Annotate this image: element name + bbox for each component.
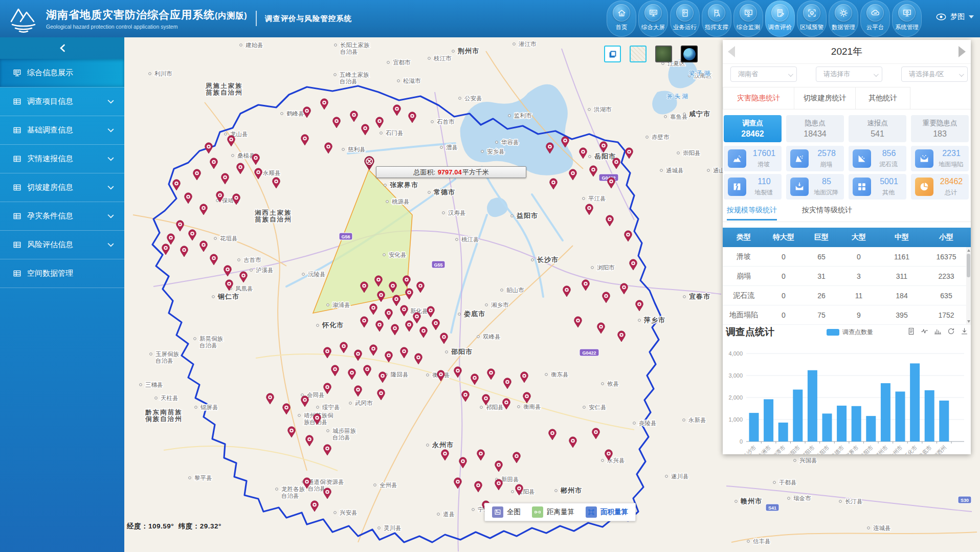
region-select-1[interactable]: 请选择市: [816, 67, 882, 82]
monitor-icon: [744, 8, 753, 18]
year-prev-button[interactable]: [728, 46, 735, 57]
year-next-button[interactable]: [959, 46, 966, 57]
sidebar-item-5[interactable]: 孕灾条件信息: [0, 202, 124, 231]
map-layer-switcher: [604, 46, 698, 62]
nav-item-4[interactable]: 综合监测: [733, 1, 763, 37]
nav-item-1[interactable]: 综合大屏: [638, 1, 668, 37]
nav-item-8[interactable]: 云平台: [860, 1, 890, 37]
sidebar-collapse-button[interactable]: [0, 37, 124, 59]
hazard-stat-label: 地裂缝: [747, 188, 780, 197]
sidebar-item-2[interactable]: 基础调查信息: [0, 116, 124, 145]
table-icon: [12, 154, 22, 164]
stat-card-0[interactable]: 调查点28462: [724, 115, 782, 142]
table-row-0[interactable]: 滑坡0650116116375: [723, 247, 971, 267]
map-tool-1[interactable]: 距离量算: [532, 506, 574, 518]
stat-card-value: 183: [933, 129, 947, 139]
sidebar-item-label: 调查项目信息: [27, 97, 108, 106]
table-col-header: 大型: [840, 233, 877, 242]
bar-长沙市: [749, 413, 759, 441]
earth-thumbnail[interactable]: [681, 46, 698, 62]
table-col-header: 特大型: [765, 233, 803, 242]
table-row-2[interactable]: 泥石流02611184635: [723, 286, 971, 305]
bar-邵阳市: [808, 370, 817, 441]
subtab-0[interactable]: 按规模等级统计: [727, 206, 777, 220]
table-scrollbar[interactable]: [966, 247, 971, 325]
table-cell: 75: [803, 311, 840, 319]
tab-0[interactable]: 灾害隐患统计: [723, 87, 794, 109]
nav-item-5[interactable]: 调查评价: [765, 1, 795, 37]
download-icon[interactable]: [960, 327, 969, 336]
nav-item-0[interactable]: 首页: [607, 1, 636, 37]
table-icon: [12, 240, 22, 250]
distance-measure-icon: [533, 508, 542, 516]
chart-legend[interactable]: 调查点数量: [827, 328, 873, 337]
hazard-stat-value: 85: [812, 177, 841, 186]
bar-chart-icon[interactable]: [933, 327, 942, 336]
table-row-3[interactable]: 地面塌陷07593951752: [723, 305, 971, 325]
svg-text:S30: S30: [961, 498, 969, 503]
satellite-thumbnail[interactable]: [655, 46, 672, 62]
refresh-icon[interactable]: [947, 327, 955, 336]
line-chart-icon[interactable]: [920, 327, 929, 336]
stat-card-2[interactable]: 速报点541: [849, 115, 906, 142]
nav-item-label: 系统管理: [895, 24, 919, 31]
map-tool-0[interactable]: 全图: [492, 506, 521, 518]
map-label: 安化县: [389, 252, 407, 258]
legend-swatch: [827, 329, 839, 336]
scroll-up-icon[interactable]: [967, 249, 970, 252]
region-select-2[interactable]: 请选择县/区: [901, 67, 968, 82]
hazard-table: 类型特大型巨型大型中型小型 滑坡0650116116375崩塌031331122…: [723, 228, 971, 325]
sidebar-item-0[interactable]: 综合信息展示: [0, 59, 124, 87]
dataview-icon[interactable]: [907, 327, 916, 336]
tab-2[interactable]: 其他统计: [856, 87, 910, 109]
map-label: 沅陵县: [308, 271, 326, 277]
nav-item-9[interactable]: 系统管理: [892, 1, 922, 37]
sidebar-item-3[interactable]: 灾情速报信息: [0, 145, 124, 173]
sidebar-item-7[interactable]: 空间数据管理: [0, 259, 124, 288]
map-label: 全州县: [380, 482, 397, 488]
map-label: 黎平县: [194, 475, 212, 481]
chart-toolbar: [907, 327, 969, 336]
area-measure-icon: [586, 506, 597, 518]
map-tool-label: 距离量算: [547, 507, 574, 517]
stat-card-1[interactable]: 隐患点18434: [786, 115, 844, 142]
stat-card-3[interactable]: 重要隐患点183: [911, 115, 969, 142]
chevron-down-icon: [969, 15, 974, 18]
sidebar-item-4[interactable]: 切坡建房信息: [0, 173, 124, 202]
map-label: 岳阳市: [594, 152, 616, 160]
nav-item-7[interactable]: 数据管理: [829, 1, 858, 37]
scroll-thumb[interactable]: [967, 254, 970, 277]
nav-item-3[interactable]: 指挥支撑: [702, 1, 731, 37]
hazard-stat-value: 5001: [874, 177, 904, 186]
bigscreen-icon: [649, 8, 658, 18]
map-label: 韶山市: [506, 287, 524, 293]
x-tick-label: 邵阳市: [799, 444, 816, 454]
nav-item-2[interactable]: 业务运行: [670, 1, 700, 37]
user-name: 梦图: [950, 12, 965, 21]
map-label: 鹤峰县: [286, 111, 304, 117]
ground-crack-icon: [728, 178, 746, 196]
data-icon: [835, 4, 852, 21]
map-tool-2[interactable]: 面积量算: [586, 506, 628, 518]
sidebar-item-label: 基础调查信息: [27, 125, 108, 135]
user-menu[interactable]: 梦图: [936, 12, 974, 21]
table-cell: 11: [840, 292, 877, 300]
map-label: 邵阳市: [451, 348, 473, 356]
sidebar-item-6[interactable]: 风险评估信息: [0, 231, 124, 259]
map-label: 梁子湖: [689, 70, 712, 76]
map-label: 湘西土家族苗族自治州: [254, 209, 292, 223]
map-label: 恩施土家族苗族自治州: [205, 82, 243, 96]
table-row-1[interactable]: 崩塌03133112233: [723, 267, 971, 286]
nav-item-6[interactable]: 区域预警: [797, 1, 827, 37]
ground-subsidence-icon: [919, 153, 930, 164]
street-map-thumbnail[interactable]: [630, 46, 647, 62]
region-select-0[interactable]: 湖南省: [730, 67, 797, 82]
layers-icon[interactable]: [604, 46, 621, 62]
sidebar-item-1[interactable]: 调查项目信息: [0, 87, 124, 116]
map-label: 石门县: [385, 130, 404, 136]
tab-1[interactable]: 切坡建房统计: [794, 87, 856, 109]
subtab-1[interactable]: 按灾情等级统计: [802, 206, 852, 219]
scroll-down-icon[interactable]: [967, 320, 970, 323]
map-label: 常德市: [433, 188, 455, 196]
map-label: 吉首市: [243, 257, 261, 263]
